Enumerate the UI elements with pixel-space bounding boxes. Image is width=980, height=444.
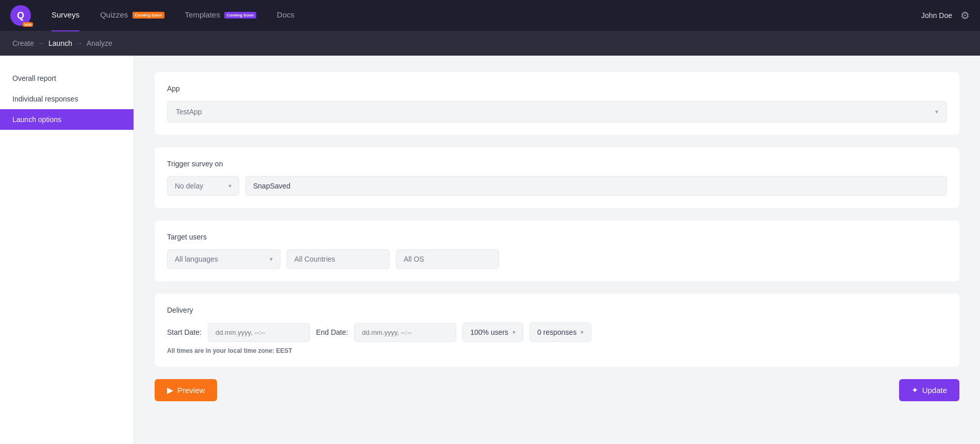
nav-links: Surveys Quizzes Coming Soon Templates Co… [52,10,921,21]
trigger-event-input[interactable]: SnapSaved [245,176,947,196]
trigger-row: No delay ▾ SnapSaved [167,176,947,196]
language-value: All languages [175,255,218,263]
app-select-chevron: ▾ [935,108,938,115]
top-navigation: Q beta Surveys Quizzes Coming Soon Templ… [0,0,980,31]
templates-badge: Coming Soon [224,12,256,19]
breadcrumb: Create → Launch → Analyze [0,31,980,56]
language-chevron: ▾ [270,255,273,263]
delay-chevron: ▾ [228,182,231,190]
preview-button[interactable]: ▶ Preview [155,379,217,401]
main-layout: Overall report Individual responses Laun… [0,56,980,444]
delivery-row: Start Date: End Date: 100% users ▾ 0 res… [167,322,947,342]
update-label: Update [922,386,947,395]
sidebar-item-individual-responses[interactable]: Individual responses [0,89,134,109]
nav-docs[interactable]: Docs [277,10,294,21]
nav-quizzes[interactable]: Quizzes Coming Soon [100,10,164,21]
settings-icon[interactable]: ⚙ [960,9,970,22]
sidebar: Overall report Individual responses Laun… [0,56,134,444]
responses-chevron: ▾ [580,329,584,336]
timezone-value: EEST [276,347,292,354]
delivery-label: Delivery [167,306,947,314]
start-date-label: Start Date: [167,328,202,336]
breadcrumb-arrow-2: → [76,40,82,47]
target-label: Target users [167,233,947,241]
update-button[interactable]: ✦ Update [899,379,959,401]
breadcrumb-arrow-1: → [38,40,44,47]
logo-letter: Q [17,10,24,21]
target-section: Target users All languages ▾ All Countri… [155,220,959,281]
breadcrumb-create[interactable]: Create [12,39,34,47]
app-label: App [167,84,947,93]
delay-select[interactable]: No delay ▾ [167,176,239,196]
quizzes-badge: Coming Soon [132,12,164,19]
target-row: All languages ▾ All Countries All OS [167,249,947,269]
percentage-select[interactable]: 100% users ▾ [462,322,523,342]
language-select[interactable]: All languages ▾ [167,249,280,269]
countries-input[interactable]: All Countries [287,249,390,269]
start-date-input[interactable] [208,323,310,342]
app-section: App TestApp ▾ [155,72,959,135]
trigger-label: Trigger survey on [167,160,947,168]
nav-templates[interactable]: Templates Coming Soon [185,10,257,21]
responses-value: 0 responses [537,328,576,336]
responses-select[interactable]: 0 responses ▾ [529,322,591,342]
sidebar-item-overall-report[interactable]: Overall report [0,68,134,89]
preview-label: Preview [177,386,205,395]
content-area: App TestApp ▾ Trigger survey on No delay… [134,56,980,444]
delay-value: No delay [175,182,203,190]
app-select-value: TestApp [176,108,202,116]
percentage-value: 100% users [470,328,508,336]
update-icon: ✦ [911,385,918,395]
end-date-label: End Date: [316,328,348,336]
sidebar-item-launch-options[interactable]: Launch options [0,109,134,130]
end-date-input[interactable] [354,323,456,342]
os-input[interactable]: All OS [396,249,499,269]
preview-icon: ▶ [167,385,173,395]
timezone-note: All times are in your local time zone: E… [167,347,947,354]
app-select[interactable]: TestApp ▾ [167,101,947,123]
trigger-section: Trigger survey on No delay ▾ SnapSaved [155,147,959,208]
nav-right: John Doe ⚙ [921,9,970,22]
breadcrumb-launch[interactable]: Launch [48,39,72,47]
logo-beta-badge: beta [23,22,33,27]
delivery-section: Delivery Start Date: End Date: 100% user… [155,294,959,367]
percentage-chevron: ▾ [512,329,516,336]
nav-surveys[interactable]: Surveys [52,10,79,21]
nav-user: John Doe [921,11,952,20]
logo[interactable]: Q beta [10,5,31,26]
action-row: ▶ Preview ✦ Update [155,379,959,401]
breadcrumb-analyze[interactable]: Analyze [87,39,112,47]
